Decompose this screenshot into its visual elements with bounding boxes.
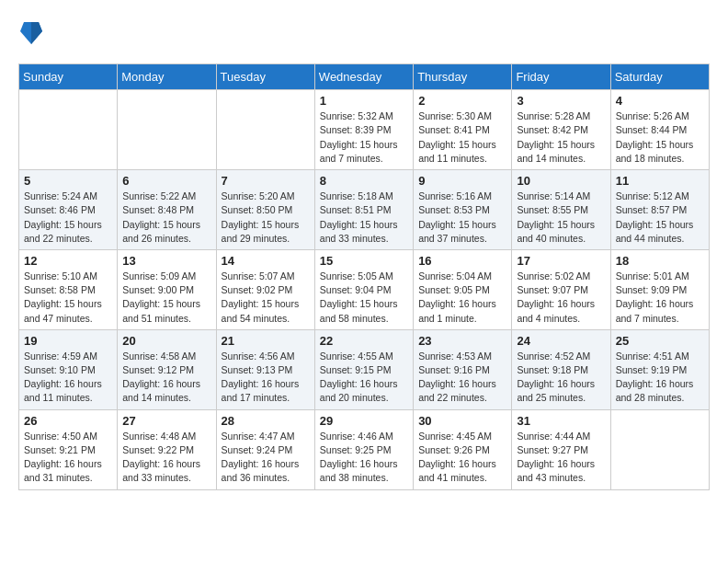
day-info: Sunrise: 4:50 AM Sunset: 9:21 PM Dayligh… (24, 430, 112, 486)
day-number: 15 (320, 254, 408, 268)
day-number: 8 (320, 174, 408, 188)
day-info: Sunrise: 4:46 AM Sunset: 9:25 PM Dayligh… (320, 430, 408, 486)
day-number: 20 (122, 334, 210, 348)
day-info: Sunrise: 4:48 AM Sunset: 9:22 PM Dayligh… (122, 430, 210, 486)
day-info: Sunrise: 5:04 AM Sunset: 9:05 PM Dayligh… (418, 270, 506, 326)
calendar-week-row: 19Sunrise: 4:59 AM Sunset: 9:10 PM Dayli… (19, 329, 710, 409)
day-info: Sunrise: 4:59 AM Sunset: 9:10 PM Dayligh… (24, 350, 112, 406)
day-info: Sunrise: 5:09 AM Sunset: 9:00 PM Dayligh… (122, 270, 210, 326)
day-number: 5 (24, 174, 112, 188)
day-number: 6 (122, 174, 210, 188)
calendar-cell (19, 90, 118, 170)
logo-icon (20, 18, 42, 44)
calendar-cell: 2Sunrise: 5:30 AM Sunset: 8:41 PM Daylig… (414, 90, 512, 170)
day-number: 13 (122, 254, 210, 268)
day-number: 31 (517, 414, 605, 428)
calendar-cell: 23Sunrise: 4:53 AM Sunset: 9:16 PM Dayli… (414, 329, 512, 409)
calendar-cell: 14Sunrise: 5:07 AM Sunset: 9:02 PM Dayli… (216, 249, 314, 329)
calendar-cell: 24Sunrise: 4:52 AM Sunset: 9:18 PM Dayli… (512, 329, 610, 409)
day-number: 4 (616, 94, 704, 108)
day-number: 22 (320, 334, 408, 348)
day-info: Sunrise: 5:24 AM Sunset: 8:46 PM Dayligh… (24, 190, 112, 246)
day-info: Sunrise: 5:14 AM Sunset: 8:55 PM Dayligh… (517, 190, 605, 246)
weekday-header-sunday: Sunday (19, 64, 118, 90)
day-number: 11 (616, 174, 704, 188)
day-number: 14 (222, 254, 310, 268)
day-info: Sunrise: 5:20 AM Sunset: 8:50 PM Dayligh… (222, 190, 310, 246)
calendar-week-row: 12Sunrise: 5:10 AM Sunset: 8:58 PM Dayli… (19, 249, 710, 329)
day-number: 3 (517, 94, 605, 108)
weekday-header-friday: Friday (512, 64, 610, 90)
calendar-week-row: 1Sunrise: 5:32 AM Sunset: 8:39 PM Daylig… (19, 90, 710, 170)
day-number: 30 (418, 414, 506, 428)
day-info: Sunrise: 5:07 AM Sunset: 9:02 PM Dayligh… (222, 270, 310, 326)
day-number: 12 (24, 254, 112, 268)
day-number: 16 (418, 254, 506, 268)
day-number: 27 (122, 414, 210, 428)
calendar-cell: 29Sunrise: 4:46 AM Sunset: 9:25 PM Dayli… (314, 409, 413, 489)
day-number: 28 (222, 414, 310, 428)
day-info: Sunrise: 5:22 AM Sunset: 8:48 PM Dayligh… (122, 190, 210, 246)
day-info: Sunrise: 5:10 AM Sunset: 8:58 PM Dayligh… (24, 270, 112, 326)
weekday-header-row: SundayMondayTuesdayWednesdayThursdayFrid… (19, 64, 710, 90)
weekday-header-tuesday: Tuesday (216, 64, 314, 90)
day-number: 9 (418, 174, 506, 188)
calendar-cell: 12Sunrise: 5:10 AM Sunset: 8:58 PM Dayli… (19, 249, 118, 329)
day-info: Sunrise: 5:02 AM Sunset: 9:07 PM Dayligh… (517, 270, 605, 326)
calendar-cell: 10Sunrise: 5:14 AM Sunset: 8:55 PM Dayli… (512, 170, 610, 250)
calendar-cell: 13Sunrise: 5:09 AM Sunset: 9:00 PM Dayli… (118, 249, 216, 329)
calendar-cell: 17Sunrise: 5:02 AM Sunset: 9:07 PM Dayli… (512, 249, 610, 329)
day-info: Sunrise: 5:05 AM Sunset: 9:04 PM Dayligh… (320, 270, 408, 326)
calendar-cell: 18Sunrise: 5:01 AM Sunset: 9:09 PM Dayli… (610, 249, 709, 329)
day-info: Sunrise: 4:56 AM Sunset: 9:13 PM Dayligh… (222, 350, 310, 406)
day-info: Sunrise: 4:58 AM Sunset: 9:12 PM Dayligh… (122, 350, 210, 406)
calendar-cell: 9Sunrise: 5:16 AM Sunset: 8:53 PM Daylig… (414, 170, 512, 250)
page-header (18, 18, 710, 49)
calendar-cell: 26Sunrise: 4:50 AM Sunset: 9:21 PM Dayli… (19, 409, 118, 489)
calendar-cell: 8Sunrise: 5:18 AM Sunset: 8:51 PM Daylig… (314, 170, 413, 250)
calendar-cell: 11Sunrise: 5:12 AM Sunset: 8:57 PM Dayli… (610, 170, 709, 250)
day-number: 10 (517, 174, 605, 188)
calendar-cell: 15Sunrise: 5:05 AM Sunset: 9:04 PM Dayli… (314, 249, 413, 329)
day-info: Sunrise: 4:45 AM Sunset: 9:26 PM Dayligh… (418, 430, 506, 486)
day-number: 1 (320, 94, 408, 108)
day-number: 2 (418, 94, 506, 108)
day-info: Sunrise: 4:52 AM Sunset: 9:18 PM Dayligh… (517, 350, 605, 406)
svg-marker-1 (31, 22, 42, 44)
day-info: Sunrise: 5:16 AM Sunset: 8:53 PM Dayligh… (418, 190, 506, 246)
calendar-cell: 21Sunrise: 4:56 AM Sunset: 9:13 PM Dayli… (216, 329, 314, 409)
calendar-cell: 1Sunrise: 5:32 AM Sunset: 8:39 PM Daylig… (314, 90, 413, 170)
day-number: 26 (24, 414, 112, 428)
day-info: Sunrise: 5:28 AM Sunset: 8:42 PM Dayligh… (517, 109, 605, 166)
day-info: Sunrise: 4:55 AM Sunset: 9:15 PM Dayligh… (320, 350, 408, 406)
day-number: 17 (517, 254, 605, 268)
day-number: 24 (517, 334, 605, 348)
logo (18, 18, 42, 49)
day-info: Sunrise: 4:53 AM Sunset: 9:16 PM Dayligh… (418, 350, 506, 406)
calendar-week-row: 5Sunrise: 5:24 AM Sunset: 8:46 PM Daylig… (19, 170, 710, 250)
day-info: Sunrise: 4:47 AM Sunset: 9:24 PM Dayligh… (222, 430, 310, 486)
calendar-cell: 28Sunrise: 4:47 AM Sunset: 9:24 PM Dayli… (216, 409, 314, 489)
day-number: 29 (320, 414, 408, 428)
day-number: 18 (616, 254, 704, 268)
calendar-cell: 20Sunrise: 4:58 AM Sunset: 9:12 PM Dayli… (118, 329, 216, 409)
day-number: 23 (418, 334, 506, 348)
day-info: Sunrise: 5:18 AM Sunset: 8:51 PM Dayligh… (320, 190, 408, 246)
calendar-cell (610, 409, 709, 489)
day-info: Sunrise: 5:32 AM Sunset: 8:39 PM Dayligh… (320, 109, 408, 166)
day-info: Sunrise: 5:12 AM Sunset: 8:57 PM Dayligh… (616, 190, 704, 246)
calendar-cell: 19Sunrise: 4:59 AM Sunset: 9:10 PM Dayli… (19, 329, 118, 409)
calendar-cell: 30Sunrise: 4:45 AM Sunset: 9:26 PM Dayli… (414, 409, 512, 489)
calendar-cell: 7Sunrise: 5:20 AM Sunset: 8:50 PM Daylig… (216, 170, 314, 250)
weekday-header-wednesday: Wednesday (314, 64, 413, 90)
weekday-header-monday: Monday (118, 64, 216, 90)
calendar-week-row: 26Sunrise: 4:50 AM Sunset: 9:21 PM Dayli… (19, 409, 710, 489)
calendar-cell: 25Sunrise: 4:51 AM Sunset: 9:19 PM Dayli… (610, 329, 709, 409)
day-number: 7 (222, 174, 310, 188)
calendar-cell: 6Sunrise: 5:22 AM Sunset: 8:48 PM Daylig… (118, 170, 216, 250)
day-number: 19 (24, 334, 112, 348)
calendar-cell: 27Sunrise: 4:48 AM Sunset: 9:22 PM Dayli… (118, 409, 216, 489)
calendar-cell: 4Sunrise: 5:26 AM Sunset: 8:44 PM Daylig… (610, 90, 709, 170)
calendar-cell: 31Sunrise: 4:44 AM Sunset: 9:27 PM Dayli… (512, 409, 610, 489)
day-info: Sunrise: 4:44 AM Sunset: 9:27 PM Dayligh… (517, 430, 605, 486)
